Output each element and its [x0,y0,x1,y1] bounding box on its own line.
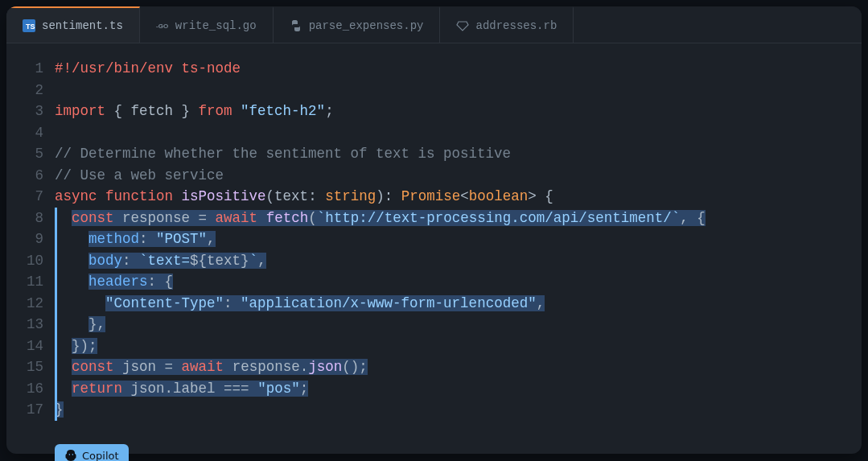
code-line-6: // Use a web service [55,165,224,187]
code-area[interactable]: 1 #!/usr/bin/env ts-node 2 3 import { fe… [6,43,862,427]
tab-addresses[interactable]: addresses.rb [440,6,574,43]
copilot-badge[interactable]: Copilot [55,444,129,461]
code-line-7: async function isPositive(text: string):… [55,186,553,208]
tab-label: sentiment.ts [42,19,123,32]
code-line-10: body: `text=${text}`, [55,250,266,272]
tab-bar: TS sentiment.ts -GO write_sql.go parse_e… [6,6,862,43]
line-number: 8 [6,208,55,229]
line-number: 2 [6,80,55,101]
line-number: 4 [6,122,55,144]
code-line-16: return json.label === "pos"; [55,378,308,400]
line-number: 10 [6,250,55,272]
line-number: 9 [6,228,55,250]
svg-text:TS: TS [26,23,35,31]
code-line-12: "Content-Type": "application/x-www-form-… [55,293,545,315]
line-number: 17 [6,399,55,421]
editor-window: TS sentiment.ts -GO write_sql.go parse_e… [6,6,862,454]
code-line-8: const response = await fetch(`http://tex… [55,208,706,229]
line-number: 3 [6,101,55,122]
python-icon [290,19,302,32]
line-number: 6 [6,165,55,187]
code-line-3: import { fetch } from "fetch-h2"; [55,101,334,122]
go-icon: -GO [156,19,169,32]
code-line-1: #!/usr/bin/env ts-node [55,58,241,80]
code-line-15: const json = await response.json(); [55,356,368,378]
code-line-11: headers: { [55,271,173,293]
ts-icon: TS [23,19,35,32]
tab-writesql[interactable]: -GO write_sql.go [140,6,274,43]
tab-label: parse_expenses.py [309,19,424,32]
line-number: 13 [6,314,55,335]
svg-text:-GO: -GO [156,23,168,30]
code-line-5: // Determine whether the sentiment of te… [55,143,511,165]
line-number: 7 [6,186,55,208]
tab-parseexpenses[interactable]: parse_expenses.py [274,6,441,43]
code-line-14: }); [55,335,97,357]
ruby-icon [456,19,469,32]
line-number: 1 [6,58,55,80]
copilot-label: Copilot [82,450,119,462]
line-number: 14 [6,335,55,357]
tab-label: write_sql.go [175,19,257,32]
line-number: 5 [6,143,55,165]
tab-sentiment[interactable]: TS sentiment.ts [6,6,140,43]
line-number: 12 [6,293,55,315]
line-number: 11 [6,271,55,293]
line-number: 15 [6,356,55,378]
copilot-icon [64,449,77,461]
tab-label: addresses.rb [475,19,557,32]
code-line-9: method: "POST", [55,228,216,250]
code-line-13: }, [55,314,105,335]
line-number: 16 [6,378,55,400]
